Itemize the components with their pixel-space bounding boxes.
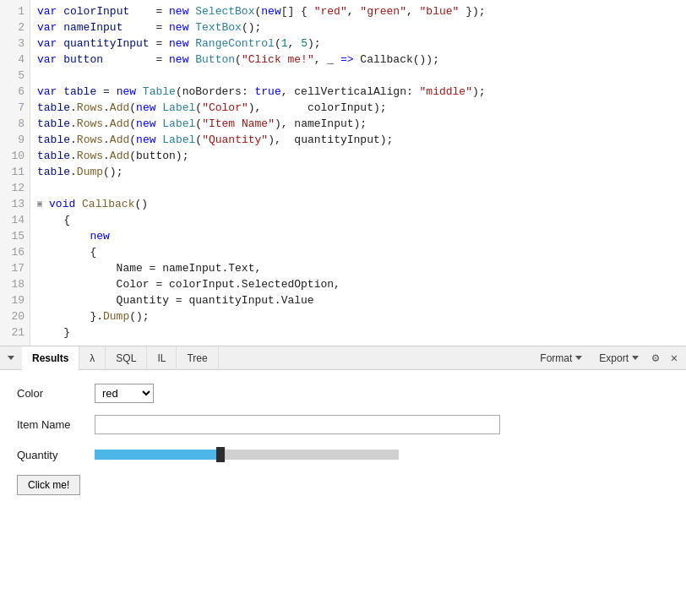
token-plain: Quantity = quantityInput.Value — [37, 292, 314, 308]
item-name-row: Item Name — [17, 415, 669, 434]
token-plain: { — [37, 244, 96, 260]
token-method: Rows — [77, 100, 103, 116]
token-method: Rows — [77, 148, 103, 164]
color-select[interactable]: redgreenblue — [95, 384, 154, 403]
settings-icon[interactable]: ⚙ — [649, 352, 662, 365]
token-plain: = — [122, 19, 169, 35]
token-plain: ( — [195, 116, 202, 132]
tab-bar-right: Format Export ⚙ ✕ — [533, 350, 683, 367]
code-line: Color = colorInput.SelectedOption, — [37, 276, 679, 292]
token-kw: void — [49, 196, 82, 212]
code-line: table.Dump(); — [37, 164, 679, 180]
token-plain: ( — [275, 35, 281, 52]
token-plain: (); — [242, 19, 261, 35]
range-handle[interactable] — [216, 447, 225, 462]
token-kw: new — [261, 3, 280, 19]
token-kw: var — [37, 3, 63, 19]
token-plain: , — [288, 35, 302, 52]
fold-indicator[interactable]: ▣ — [37, 196, 47, 212]
token-plain: . — [70, 116, 77, 132]
token-str: "Color" — [202, 100, 248, 116]
line-number: 16 — [0, 244, 30, 260]
code-line: var button = new Button("Click me!", _ =… — [37, 52, 679, 68]
format-dropdown-icon — [575, 356, 582, 360]
token-classname: Table — [143, 84, 176, 100]
tab-bar: ResultsλSQLILTree Format Export ⚙ ✕ — [0, 346, 686, 370]
close-button[interactable]: ✕ — [666, 350, 683, 367]
code-line — [37, 180, 679, 196]
token-plain: . — [103, 132, 110, 148]
range-track — [95, 450, 399, 460]
code-line — [37, 68, 679, 84]
token-classname: RangeControl — [195, 35, 275, 52]
token-kw: new — [117, 84, 143, 100]
token-plain: = — [129, 3, 169, 19]
results-content: Color redgreenblue Item Name Quantity Cl… — [0, 370, 686, 616]
quantity-range[interactable] — [95, 446, 399, 463]
token-plain: ), colorInput); — [248, 100, 387, 116]
token-classname: Label — [162, 100, 195, 116]
code-line: var colorInput = new SelectBox(new[] { "… — [37, 3, 679, 19]
token-plain: [] { — [281, 3, 314, 19]
item-name-label: Item Name — [17, 418, 84, 431]
token-plain: , cellVerticalAlign: — [281, 84, 420, 100]
token-plain: . — [103, 116, 110, 132]
tab-il[interactable]: IL — [147, 346, 177, 370]
token-str: "green" — [360, 3, 406, 19]
code-line: Quantity = quantityInput.Value — [37, 292, 679, 308]
token-kw: new — [136, 116, 162, 132]
code-line: ▣ void Callback() — [37, 196, 679, 212]
code-line: table.Rows.Add(button); — [37, 148, 679, 164]
token-classname: Label — [162, 132, 195, 148]
token-method: Dump — [77, 164, 103, 180]
quantity-label: Quantity — [17, 449, 84, 461]
token-prop: quantityInput — [63, 35, 149, 52]
tab-λ[interactable]: λ — [79, 346, 106, 370]
line-number: 10 — [0, 148, 30, 164]
format-label: Format — [540, 352, 572, 364]
token-classname: TextBox — [195, 19, 242, 35]
token-kw: new — [136, 100, 162, 116]
token-plain: ), quantityInput); — [268, 132, 393, 148]
line-number: 4 — [0, 52, 30, 68]
code-line: { — [37, 244, 679, 260]
code-line: }.Dump(); — [37, 308, 679, 324]
token-plain: . — [70, 148, 77, 164]
collapse-button[interactable] — [3, 351, 19, 366]
token-plain: ( — [195, 132, 202, 148]
format-button[interactable]: Format — [533, 351, 589, 366]
token-plain: . — [103, 100, 110, 116]
token-plain: (noBorders: — [176, 84, 255, 100]
token-method: Add — [110, 100, 129, 116]
line-number: 6 — [0, 84, 30, 100]
token-kw: var — [37, 84, 63, 100]
token-kw: var — [37, 35, 63, 52]
code-line: table.Rows.Add(new Label("Item Name"), n… — [37, 116, 679, 132]
code-line: new — [37, 228, 679, 244]
token-prop: nameInput — [63, 19, 122, 35]
item-name-input[interactable] — [95, 415, 500, 434]
token-kw: new — [37, 228, 110, 244]
token-prop: table — [37, 148, 70, 164]
line-number: 1 — [0, 3, 30, 19]
tab-results[interactable]: Results — [22, 346, 79, 370]
token-plain: (); — [129, 308, 149, 324]
click-me-button[interactable]: Click me! — [17, 475, 80, 495]
line-number: 2 — [0, 19, 30, 35]
line-number: 20 — [0, 308, 30, 324]
export-button[interactable]: Export — [592, 351, 645, 366]
bottom-panel: ResultsλSQLILTree Format Export ⚙ ✕ Colo… — [0, 346, 686, 616]
token-plain: = — [96, 84, 116, 100]
tab-sql[interactable]: SQL — [106, 346, 147, 370]
range-filled — [95, 450, 216, 460]
button-row: Click me! — [17, 475, 669, 495]
token-prop: table — [37, 116, 70, 132]
color-label: Color — [17, 387, 84, 400]
quantity-row: Quantity — [17, 446, 669, 463]
code-line: } — [37, 324, 679, 341]
tab-tree[interactable]: Tree — [177, 346, 218, 370]
token-plain: } — [37, 324, 70, 341]
token-prop: button — [63, 52, 103, 68]
token-kw: new — [169, 35, 195, 52]
code-editor: 123456789101112131415161718192021 var co… — [0, 0, 686, 346]
